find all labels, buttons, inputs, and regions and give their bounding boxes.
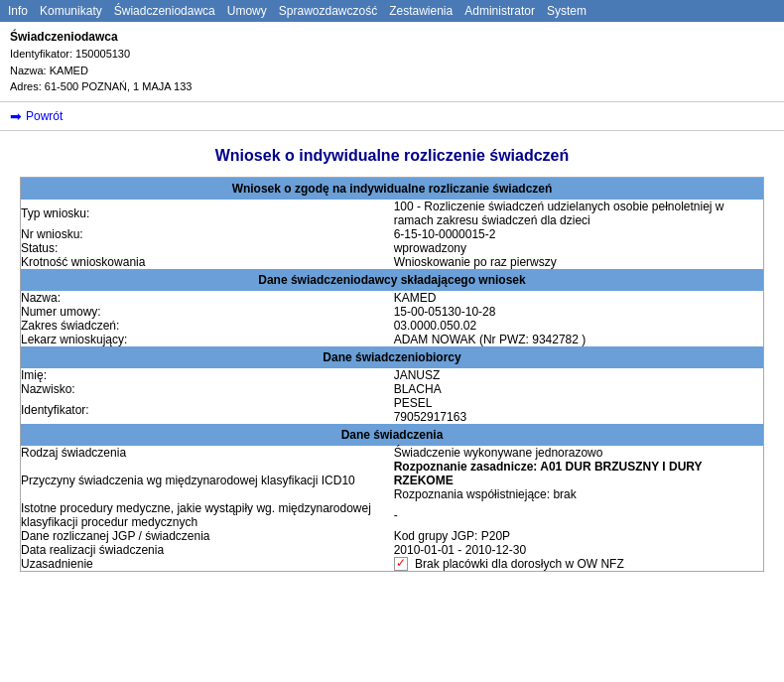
s4-value-1-bold: Rozpoznanie zasadnicze: A01 DUR BRZUSZNY… — [394, 460, 703, 487]
s4-value-5: Brak placówki dla dorosłych w OW NFZ — [394, 557, 764, 572]
section4-header: Dane świadczenia — [21, 424, 764, 446]
table-row: Numer umowy: 15-00-05130-10-28 — [21, 305, 764, 319]
provider-info-block: Świadczeniodawca Identyfikator: 15000513… — [0, 22, 784, 102]
s2-value-0: KAMED — [394, 291, 764, 305]
back-arrow-icon: ➡ — [10, 108, 22, 124]
s3-value-1: BLACHA — [394, 382, 764, 396]
menu-item-komunikaty[interactable]: Komunikaty — [40, 4, 102, 18]
s2-value-1: 15-00-05130-10-28 — [394, 305, 764, 319]
section3-header: Dane świadczeniobiorcy — [21, 346, 764, 368]
s4-label-4: Data realizacji świadczenia — [21, 543, 394, 557]
table-row: Imię: JANUSZ — [21, 368, 764, 382]
menu-item-info[interactable]: Info — [8, 4, 28, 18]
table-row: Data realizacji świadczenia 2010-01-01 -… — [21, 543, 764, 557]
s4-value-0: Świadczenie wykonywane jednorazowo — [394, 446, 764, 460]
provider-name: Nazwa: KAMED — [10, 63, 774, 79]
back-button[interactable]: ➡ Powrót — [10, 108, 774, 124]
menu-item-administrator[interactable]: Administrator — [464, 4, 535, 18]
table-row: Uzasadnienie Brak placówki dla dorosłych… — [21, 557, 764, 572]
s4-label-3: Dane rozliczanej JGP / świadczenia — [21, 529, 394, 543]
table-row: Przyczyny świadczenia wg międzynarodowej… — [21, 460, 764, 501]
table-row: Rodzaj świadczenia Świadczenie wykonywan… — [21, 446, 764, 460]
s4-value-4: 2010-01-01 - 2010-12-30 — [394, 543, 764, 557]
section3-header-row: Dane świadczeniobiorcy — [21, 346, 764, 368]
section2-header-row: Dane świadczeniodawcy składającego wnios… — [21, 269, 764, 291]
s1-label-3: Krotność wnioskowania — [21, 255, 394, 269]
table-row: Identyfikator: PESEL 79052917163 — [21, 396, 764, 424]
table-row: Krotność wnioskowania Wnioskowanie po ra… — [21, 255, 764, 269]
back-link-container: ➡ Powrót — [0, 102, 784, 131]
back-link-label: Powrót — [26, 109, 63, 123]
s2-value-2: 03.0000.050.02 — [394, 319, 764, 333]
table-row: Dane rozliczanej JGP / świadczenia Kod g… — [21, 529, 764, 543]
s3-label-2: Identyfikator: — [21, 396, 394, 424]
table-row: Nr wniosku: 6-15-10-0000015-2 — [21, 227, 764, 241]
section2-header: Dane świadczeniodawcy składającego wnios… — [21, 269, 764, 291]
provider-id: Identyfikator: 150005130 — [10, 46, 774, 63]
table-row: Istotne procedury medyczne, jakie wystąp… — [21, 501, 764, 529]
table-row: Typ wniosku: 100 - Rozliczenie świadczeń… — [21, 200, 764, 227]
s1-value-3: Wnioskowanie po raz pierwszy — [394, 255, 764, 269]
s1-value-2: wprowadzony — [394, 241, 764, 255]
s4-label-5: Uzasadnienie — [21, 557, 394, 572]
s1-label-1: Nr wniosku: — [21, 227, 394, 241]
section4-header-row: Dane świadczenia — [21, 424, 764, 446]
s1-value-0: 100 - Rozliczenie świadczeń udzielanych … — [394, 200, 764, 227]
provider-title: Świadczeniodawca — [10, 28, 774, 46]
s4-value-1-normal: Rozpoznania współistniejące: brak — [394, 487, 577, 501]
s2-label-0: Nazwa: — [21, 291, 394, 305]
table-row: Nazwisko: BLACHA — [21, 382, 764, 396]
s3-label-1: Nazwisko: — [21, 382, 394, 396]
s2-label-3: Lekarz wnioskujący: — [21, 333, 394, 346]
s2-label-2: Zakres świadczeń: — [21, 319, 394, 333]
provider-address: Adres: 61-500 POZNAŃ, 1 MAJA 133 — [10, 78, 774, 95]
section1-header-row: Wniosek o zgodę na indywidualne rozlicza… — [21, 177, 764, 200]
menu-bar: Info Komunikaty Świadczeniodawca Umowy S… — [0, 0, 784, 22]
menu-item-umowy[interactable]: Umowy — [227, 4, 267, 18]
main-content: Wniosek o indywidualne rozliczenie świad… — [0, 131, 784, 581]
s4-label-1: Przyczyny świadczenia wg międzynarodowej… — [21, 460, 394, 501]
s4-value-3: Kod grupy JGP: P20P — [394, 529, 764, 543]
main-table: Wniosek o zgodę na indywidualne rozlicza… — [20, 177, 764, 573]
s1-label-0: Typ wniosku: — [21, 200, 394, 227]
s1-value-1: 6-15-10-0000015-2 — [394, 227, 764, 241]
s1-label-2: Status: — [21, 241, 394, 255]
s2-value-3: ADAM NOWAK (Nr PWZ: 9342782 ) — [394, 333, 764, 346]
s3-value-0: JANUSZ — [394, 368, 764, 382]
page-title: Wniosek o indywidualne rozliczenie świad… — [20, 147, 764, 165]
section1-header: Wniosek o zgodę na indywidualne rozlicza… — [21, 177, 764, 200]
s4-label-0: Rodzaj świadczenia — [21, 446, 394, 460]
s4-value-2: - — [394, 501, 764, 529]
checkbox-icon — [394, 557, 408, 571]
s4-value-1: Rozpoznanie zasadnicze: A01 DUR BRZUSZNY… — [394, 460, 764, 501]
s3-value-2: PESEL 79052917163 — [394, 396, 764, 424]
menu-item-sprawozdawczosc[interactable]: Sprawozdawczość — [279, 4, 377, 18]
s4-value-5-text: Brak placówki dla dorosłych w OW NFZ — [415, 557, 624, 571]
s4-label-2: Istotne procedury medyczne, jakie wystąp… — [21, 501, 394, 529]
s3-label-0: Imię: — [21, 368, 394, 382]
menu-item-system[interactable]: System — [547, 4, 587, 18]
table-row: Status: wprowadzony — [21, 241, 764, 255]
table-row: Lekarz wnioskujący: ADAM NOWAK (Nr PWZ: … — [21, 333, 764, 346]
s2-label-1: Numer umowy: — [21, 305, 394, 319]
table-row: Nazwa: KAMED — [21, 291, 764, 305]
menu-item-zestawienia[interactable]: Zestawienia — [389, 4, 453, 18]
table-row: Zakres świadczeń: 03.0000.050.02 — [21, 319, 764, 333]
menu-item-swiadczeniodawca[interactable]: Świadczeniodawca — [114, 4, 215, 18]
